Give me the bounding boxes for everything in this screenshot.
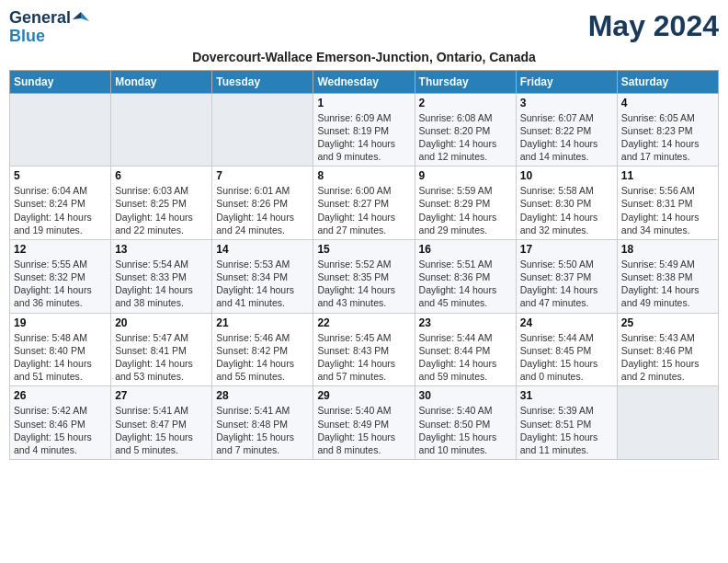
calendar-cell: 12Sunrise: 5:55 AMSunset: 8:32 PMDayligh… [10, 239, 111, 313]
header-monday: Monday [111, 70, 212, 93]
day-info: Sunrise: 5:48 AMSunset: 8:40 PMDaylight:… [14, 331, 107, 384]
day-info: Sunrise: 6:09 AMSunset: 8:19 PMDaylight:… [317, 111, 410, 164]
day-info: Sunrise: 6:05 AMSunset: 8:23 PMDaylight:… [621, 111, 714, 164]
calendar-cell: 26Sunrise: 5:42 AMSunset: 8:46 PMDayligh… [10, 386, 111, 460]
calendar-header-row: SundayMondayTuesdayWednesdayThursdayFrid… [10, 70, 719, 93]
day-info: Sunrise: 6:07 AMSunset: 8:22 PMDaylight:… [520, 111, 613, 164]
day-info: Sunrise: 5:39 AMSunset: 8:51 PMDaylight:… [520, 404, 613, 456]
day-info: Sunrise: 5:43 AMSunset: 8:46 PMDaylight:… [621, 331, 714, 384]
day-number: 18 [621, 243, 714, 256]
day-info: Sunrise: 6:03 AMSunset: 8:25 PMDaylight:… [115, 184, 208, 236]
day-number: 31 [520, 389, 613, 402]
calendar-cell: 11Sunrise: 5:56 AMSunset: 8:31 PMDayligh… [617, 167, 718, 240]
calendar-cell: 27Sunrise: 5:41 AMSunset: 8:47 PMDayligh… [111, 386, 212, 460]
day-info: Sunrise: 6:01 AMSunset: 8:26 PMDaylight:… [216, 184, 309, 236]
calendar-cell: 5Sunrise: 6:04 AMSunset: 8:24 PMDaylight… [10, 167, 111, 240]
page-header: General Blue May 2024 [9, 9, 719, 46]
calendar-cell: 2Sunrise: 6:08 AMSunset: 8:20 PMDaylight… [415, 93, 516, 167]
day-number: 14 [216, 243, 309, 256]
day-number: 4 [621, 97, 714, 109]
day-info: Sunrise: 5:58 AMSunset: 8:30 PMDaylight:… [520, 184, 613, 236]
day-info: Sunrise: 5:41 AMSunset: 8:48 PMDaylight:… [216, 404, 309, 456]
day-number: 21 [216, 316, 309, 329]
day-info: Sunrise: 5:44 AMSunset: 8:45 PMDaylight:… [520, 331, 613, 384]
calendar-cell: 30Sunrise: 5:40 AMSunset: 8:50 PMDayligh… [415, 386, 516, 460]
calendar-cell: 17Sunrise: 5:50 AMSunset: 8:37 PMDayligh… [516, 239, 617, 313]
calendar-cell: 4Sunrise: 6:05 AMSunset: 8:23 PMDaylight… [617, 93, 718, 167]
day-number: 16 [419, 243, 512, 256]
day-number: 6 [115, 169, 208, 182]
day-number: 25 [621, 316, 714, 329]
calendar-week-5: 26Sunrise: 5:42 AMSunset: 8:46 PMDayligh… [10, 386, 719, 460]
calendar-cell [111, 93, 212, 167]
day-number: 22 [317, 316, 410, 329]
calendar-cell: 19Sunrise: 5:48 AMSunset: 8:40 PMDayligh… [10, 313, 111, 386]
day-number: 15 [317, 243, 410, 256]
day-info: Sunrise: 5:56 AMSunset: 8:31 PMDaylight:… [621, 184, 714, 236]
day-info: Sunrise: 5:51 AMSunset: 8:36 PMDaylight:… [419, 258, 512, 310]
calendar-week-2: 5Sunrise: 6:04 AMSunset: 8:24 PMDaylight… [10, 167, 719, 240]
calendar-cell: 24Sunrise: 5:44 AMSunset: 8:45 PMDayligh… [516, 313, 617, 386]
calendar-cell [10, 93, 111, 167]
calendar-cell: 29Sunrise: 5:40 AMSunset: 8:49 PMDayligh… [313, 386, 415, 460]
calendar-cell: 23Sunrise: 5:44 AMSunset: 8:44 PMDayligh… [415, 313, 516, 386]
header-tuesday: Tuesday [212, 70, 313, 93]
calendar-cell: 20Sunrise: 5:47 AMSunset: 8:41 PMDayligh… [111, 313, 212, 386]
header-wednesday: Wednesday [313, 70, 415, 93]
calendar-week-3: 12Sunrise: 5:55 AMSunset: 8:32 PMDayligh… [10, 239, 719, 313]
day-info: Sunrise: 6:08 AMSunset: 8:20 PMDaylight:… [419, 111, 512, 164]
day-number: 28 [216, 389, 309, 402]
svg-marker-1 [73, 12, 81, 19]
day-number: 3 [520, 97, 613, 109]
day-number: 26 [14, 389, 107, 402]
day-info: Sunrise: 5:41 AMSunset: 8:47 PMDaylight:… [115, 404, 208, 456]
calendar-cell: 13Sunrise: 5:54 AMSunset: 8:33 PMDayligh… [111, 239, 212, 313]
calendar-cell: 31Sunrise: 5:39 AMSunset: 8:51 PMDayligh… [516, 386, 617, 460]
day-number: 8 [317, 169, 410, 182]
svg-marker-0 [81, 12, 89, 21]
day-info: Sunrise: 5:49 AMSunset: 8:38 PMDaylight:… [621, 258, 714, 310]
day-number: 10 [520, 169, 613, 182]
day-info: Sunrise: 5:40 AMSunset: 8:50 PMDaylight:… [419, 404, 512, 456]
day-number: 1 [317, 97, 410, 109]
day-number: 11 [621, 169, 714, 182]
header-friday: Friday [516, 70, 617, 93]
day-info: Sunrise: 5:42 AMSunset: 8:46 PMDaylight:… [14, 404, 107, 456]
month-title: May 2024 [588, 9, 719, 43]
logo-bird-icon [73, 10, 89, 27]
calendar-cell: 22Sunrise: 5:45 AMSunset: 8:43 PMDayligh… [313, 313, 415, 386]
calendar-cell: 10Sunrise: 5:58 AMSunset: 8:30 PMDayligh… [516, 167, 617, 240]
calendar-cell: 14Sunrise: 5:53 AMSunset: 8:34 PMDayligh… [212, 239, 313, 313]
logo: General Blue [9, 9, 89, 46]
calendar-cell: 16Sunrise: 5:51 AMSunset: 8:36 PMDayligh… [415, 239, 516, 313]
day-number: 29 [317, 389, 410, 402]
header-thursday: Thursday [415, 70, 516, 93]
logo-blue-text: Blue [9, 28, 45, 46]
day-number: 30 [419, 389, 512, 402]
day-number: 12 [14, 243, 107, 256]
day-info: Sunrise: 5:52 AMSunset: 8:35 PMDaylight:… [317, 258, 410, 310]
calendar-week-4: 19Sunrise: 5:48 AMSunset: 8:40 PMDayligh… [10, 313, 719, 386]
day-number: 9 [419, 169, 512, 182]
day-number: 7 [216, 169, 309, 182]
day-info: Sunrise: 5:53 AMSunset: 8:34 PMDaylight:… [216, 258, 309, 310]
day-info: Sunrise: 5:59 AMSunset: 8:29 PMDaylight:… [419, 184, 512, 236]
calendar-cell: 3Sunrise: 6:07 AMSunset: 8:22 PMDaylight… [516, 93, 617, 167]
day-number: 13 [115, 243, 208, 256]
calendar-cell: 15Sunrise: 5:52 AMSunset: 8:35 PMDayligh… [313, 239, 415, 313]
header-saturday: Saturday [617, 70, 718, 93]
day-info: Sunrise: 5:40 AMSunset: 8:49 PMDaylight:… [317, 404, 410, 456]
day-number: 5 [14, 169, 107, 182]
calendar-cell: 6Sunrise: 6:03 AMSunset: 8:25 PMDaylight… [111, 167, 212, 240]
day-number: 20 [115, 316, 208, 329]
day-number: 2 [419, 97, 512, 109]
day-number: 19 [14, 316, 107, 329]
calendar-cell: 21Sunrise: 5:46 AMSunset: 8:42 PMDayligh… [212, 313, 313, 386]
day-number: 17 [520, 243, 613, 256]
calendar-cell: 7Sunrise: 6:01 AMSunset: 8:26 PMDaylight… [212, 167, 313, 240]
day-number: 27 [115, 389, 208, 402]
calendar-cell: 9Sunrise: 5:59 AMSunset: 8:29 PMDaylight… [415, 167, 516, 240]
calendar-cell: 28Sunrise: 5:41 AMSunset: 8:48 PMDayligh… [212, 386, 313, 460]
day-number: 24 [520, 316, 613, 329]
day-info: Sunrise: 5:54 AMSunset: 8:33 PMDaylight:… [115, 258, 208, 310]
